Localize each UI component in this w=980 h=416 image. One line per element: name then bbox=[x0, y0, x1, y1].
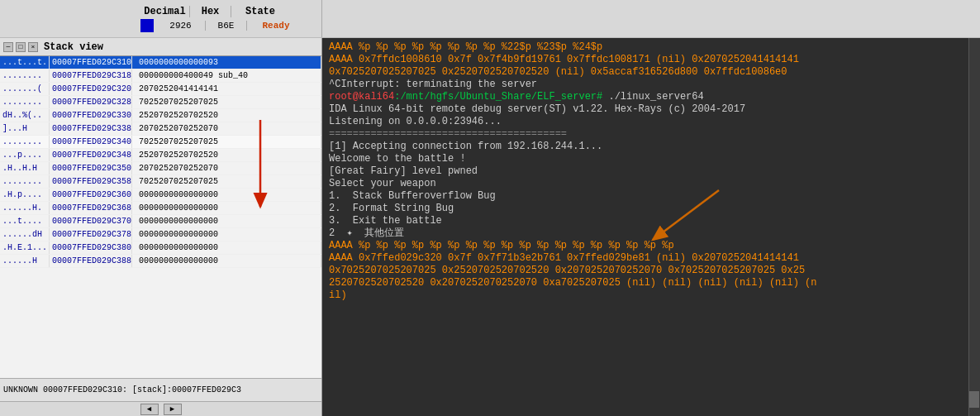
stack-value-cell: 0000000000000000 bbox=[136, 255, 321, 267]
terminal-line: AAAA 0x7ffed029c320 0x7f 0x7f71b3e2b761 … bbox=[329, 252, 973, 265]
table-row: ........00007FFED029C3407025207025207025 bbox=[0, 136, 321, 149]
stack-address-cell: 00007FFED029C358 bbox=[50, 175, 132, 188]
table-row: ]...H00007FFED029C3382070252070252070 bbox=[0, 122, 321, 136]
terminal-content: AAAA %p %p %p %p %p %p %p %p %22$p %23$p… bbox=[322, 38, 980, 305]
stack-label-cell: ...t.... bbox=[0, 215, 50, 227]
terminal-scrollbar[interactable] bbox=[968, 38, 980, 416]
stack-table: ...t...t.00007FFED029C310000000000000009… bbox=[0, 56, 321, 378]
terminal-line: IDA Linux 64-bit remote debug server(ST)… bbox=[329, 103, 973, 116]
stack-value-cell: 0000000000000000 bbox=[136, 215, 321, 227]
state-value: Ready bbox=[247, 21, 305, 31]
main-window: Decimal Hex State 2926 B6E Ready bbox=[0, 0, 980, 416]
stack-label-cell: ]...H bbox=[0, 122, 50, 135]
stack-address-cell: 00007FFED029C380 bbox=[50, 241, 132, 254]
table-row: ...t...t.00007FFED029C310000000000000009… bbox=[0, 56, 321, 69]
stack-titlebar: ─ □ × Stack view bbox=[0, 38, 321, 56]
table-row: ........00007FFED029C3287025207025207025 bbox=[0, 96, 321, 109]
stack-label-cell: .H.p.... bbox=[0, 189, 50, 201]
scroll-nav: ◀ ▶ bbox=[0, 401, 321, 416]
table-row: ......dH00007FFED029C3780000000000000000 bbox=[0, 228, 321, 241]
stack-value-cell: 0000000000000093 bbox=[136, 56, 321, 69]
stack-label-cell: dH..%(.. bbox=[0, 109, 50, 122]
stack-label-cell: ......H bbox=[0, 255, 50, 267]
stack-address-cell: 00007FFED029C330 bbox=[50, 109, 132, 122]
table-row: .H.E.1...00007FFED029C380000000000000000… bbox=[0, 241, 321, 255]
header-bar: Decimal Hex State 2926 B6E Ready bbox=[0, 0, 980, 38]
stack-status-text: UNKNOWN 00007FFED029C310: [stack]:00007F… bbox=[3, 385, 241, 394]
stack-status-bar: UNKNOWN 00007FFED029C310: [stack]:00007F… bbox=[0, 378, 321, 401]
stack-value-cell: 7025207025207025 bbox=[136, 136, 321, 148]
decimal-value: 2926 bbox=[156, 21, 206, 31]
terminal-line: Select your weapon bbox=[329, 178, 973, 190]
terminal-line: 0x7025207025207025 0x2520702520702520 0x… bbox=[329, 265, 973, 277]
stack-address-cell: 00007FFED029C360 bbox=[50, 189, 132, 201]
stack-address-cell: 00007FFED029C350 bbox=[50, 162, 132, 175]
stack-address-cell: 00007FFED029C320 bbox=[50, 83, 132, 95]
terminal-line: 3. Exit the battle bbox=[329, 215, 973, 227]
stack-value-cell: 7025207025207025 bbox=[136, 175, 321, 188]
table-row: ...p....00007FFED029C3482520702520702520 bbox=[0, 149, 321, 162]
stack-address-cell: 00007FFED029C348 bbox=[50, 149, 132, 161]
stack-value-cell: 2520702520702520 bbox=[136, 149, 321, 161]
stack-title-text: Stack view bbox=[44, 41, 103, 53]
table-row: .H.p....00007FFED029C3600000000000000000 bbox=[0, 189, 321, 202]
stack-address-cell: 00007FFED029C310 bbox=[50, 56, 132, 69]
stack-value-cell: 7025207025207025 bbox=[136, 96, 321, 108]
table-row: .......(00007FFED029C3202070252041414141 bbox=[0, 83, 321, 96]
terminal-line: AAAA %p %p %p %p %p %p %p %p %22$p %23$p… bbox=[329, 41, 973, 54]
state-header: State bbox=[231, 6, 289, 17]
scroll-right-button[interactable]: ▶ bbox=[164, 404, 182, 415]
table-row: ......H.00007FFED029C3680000000000000000 bbox=[0, 202, 321, 215]
terminal-line: 2520702520702520 0x2070252070252070 0xa7… bbox=[329, 277, 973, 289]
scroll-left-button[interactable]: ◀ bbox=[140, 404, 159, 415]
stack-label-cell: ......H. bbox=[0, 202, 50, 214]
terminal-line: 2 ✦ 其他位置 bbox=[329, 227, 973, 240]
stack-label-cell: ...t...t. bbox=[0, 56, 50, 69]
close-button[interactable]: × bbox=[28, 42, 38, 52]
table-row: dH..%(..00007FFED029C3302520702520702520 bbox=[0, 109, 321, 122]
stack-address-cell: 00007FFED029C338 bbox=[50, 122, 132, 135]
stack-label-cell: ...p.... bbox=[0, 149, 50, 161]
terminal-line: 0x7025207025207025 0x2520702520702520 (n… bbox=[329, 66, 973, 79]
stack-label-cell: ........ bbox=[0, 96, 50, 108]
scrollbar-thumb[interactable] bbox=[969, 391, 979, 408]
decimal-header: Decimal bbox=[140, 6, 190, 17]
terminal-panel: AAAA %p %p %p %p %p %p %p %p %22$p %23$p… bbox=[322, 38, 980, 416]
stack-value-cell: 2070252041414141 bbox=[136, 83, 321, 95]
terminal-line: [1] Accepting connection from 192.168.24… bbox=[329, 141, 973, 153]
stack-label-cell: ........ bbox=[0, 175, 50, 188]
terminal-line: AAAA %p %p %p %p %p %p %p %p %p %p %p %p… bbox=[329, 240, 973, 252]
stack-label-cell: ........ bbox=[0, 136, 50, 148]
terminal-line: AAAA 0x7ffdc1008610 0x7f 0x7f4b9fd19761 … bbox=[329, 54, 973, 66]
table-row: .H..H.H00007FFED029C3502070252070252070 bbox=[0, 162, 321, 175]
stack-address-cell: 00007FFED029C368 bbox=[50, 202, 132, 214]
terminal-line: ^CInterrupt: terminating the server bbox=[329, 79, 973, 91]
stack-value-cell: 2070252070252070 bbox=[136, 122, 321, 135]
terminal-line: 2. Format String Bug bbox=[329, 203, 973, 215]
table-row: ...t....00007FFED029C3700000000000000000 bbox=[0, 215, 321, 228]
terminal-line: Listening on 0.0.0.0:23946... bbox=[329, 116, 973, 128]
terminal-line: il) bbox=[329, 289, 973, 302]
stack-address-cell: 00007FFED029C370 bbox=[50, 215, 132, 227]
minimize-button[interactable]: ─ bbox=[3, 42, 13, 52]
stack-view-panel: ─ □ × Stack view ...t...t.00007FFED029C3… bbox=[0, 38, 322, 416]
table-row: ........00007FFED029C318000000000400049 … bbox=[0, 69, 321, 83]
table-row: ........00007FFED029C3587025207025207025 bbox=[0, 175, 321, 189]
stack-address-cell: 00007FFED029C378 bbox=[50, 228, 132, 241]
restore-button[interactable]: □ bbox=[16, 42, 26, 52]
terminal-line: [Great Fairy] level pwned bbox=[329, 165, 973, 178]
hex-header: Hex bbox=[190, 6, 231, 17]
stack-label-cell: ........ bbox=[0, 69, 50, 82]
terminal-line: 1. Stack Bufferoverflow Bug bbox=[329, 190, 973, 203]
stack-value-cell: 2520702520702520 bbox=[136, 109, 321, 122]
stack-label-cell: .H..H.H bbox=[0, 162, 50, 175]
stack-address-cell: 00007FFED029C328 bbox=[50, 96, 132, 108]
row-icon bbox=[140, 19, 154, 32]
stack-address-cell: 00007FFED029C388 bbox=[50, 255, 132, 267]
table-row: ......H00007FFED029C3880000000000000000 bbox=[0, 255, 321, 268]
header-left-section: Decimal Hex State 2926 B6E Ready bbox=[0, 0, 322, 37]
terminal-line: ======================================== bbox=[329, 128, 973, 141]
stack-label-cell: ......dH bbox=[0, 228, 50, 241]
stack-value-cell: 2070252070252070 bbox=[136, 162, 321, 175]
stack-value-cell: 0000000000000000 bbox=[136, 228, 321, 241]
